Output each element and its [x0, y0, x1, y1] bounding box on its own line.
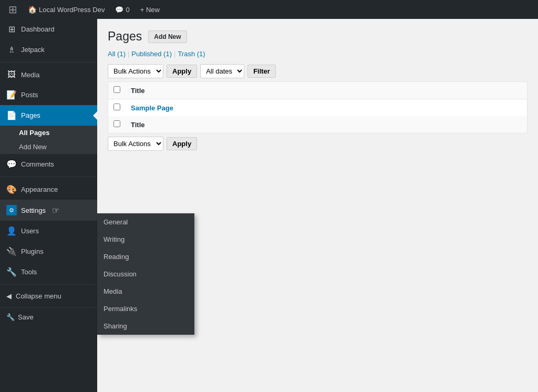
save-menu-button[interactable]: 🔧 Save — [0, 307, 97, 326]
select-all-footer-column — [108, 116, 126, 133]
comments-icon: 💬 — [115, 6, 123, 14]
admin-bar: ⊞ 🏠 Local WordPress Dev 💬 0 + New — [0, 0, 538, 19]
site-name-label: Local WordPress Dev — [39, 6, 105, 14]
row-checkbox-cell — [108, 99, 126, 117]
plugins-icon: 🔌 — [6, 246, 17, 256]
adminbar-comments[interactable]: 💬 0 — [111, 0, 133, 19]
filter-all-count: (1) — [117, 50, 126, 58]
sidebar-item-posts[interactable]: 📝 Posts — [0, 85, 97, 105]
settings-icon: ⚙ — [6, 205, 17, 215]
bottom-tablenav: Bulk Actions Apply — [108, 137, 527, 151]
sidebar-item-appearance[interactable]: 🎨 Appearance — [0, 179, 97, 200]
top-tablenav: Bulk Actions Apply All dates Filter — [108, 64, 527, 78]
collapse-menu-button[interactable]: ◀ Collapse menu — [0, 287, 97, 305]
filter-all-label: All — [108, 50, 115, 58]
main-content: Pages Add New All (1) | Published (1) | … — [97, 19, 538, 392]
sidebar: ⊞ Dashboard ♗ Jetpack 🖼 Media 📝 Posts 📄 … — [0, 19, 97, 392]
site-icon: 🏠 — [28, 5, 37, 14]
page-title: Pages — [108, 29, 142, 44]
page-title-link[interactable]: Sample Page — [131, 104, 173, 112]
sidebar-item-label: Jetpack — [21, 46, 45, 54]
adminbar-site-name[interactable]: 🏠 Local WordPress Dev — [24, 0, 109, 19]
table-header-row: Title — [108, 82, 527, 99]
row-title-cell: Sample Page — [126, 99, 527, 117]
sidebar-item-label: Media — [21, 71, 39, 79]
title-column-header: Title — [126, 82, 527, 99]
sidebar-item-label: Dashboard — [21, 25, 55, 33]
pages-table: Title Sample Page — [108, 81, 527, 133]
menu-sep-2 — [0, 177, 97, 177]
title-footer-column: Title — [126, 116, 527, 133]
filter-button[interactable]: Filter — [247, 65, 276, 78]
collapse-menu-label: Collapse menu — [16, 292, 61, 300]
settings-dropdown-sharing[interactable]: Sharing — [97, 317, 194, 335]
filter-published-count: (1) — [163, 50, 172, 58]
jetpack-icon: ♗ — [6, 45, 17, 55]
sidebar-submenu-all-pages[interactable]: All Pages — [0, 126, 97, 140]
filter-published[interactable]: Published (1) — [131, 50, 172, 58]
sidebar-item-settings[interactable]: ⚙ Settings ☞ — [0, 200, 97, 221]
all-pages-label: All Pages — [19, 129, 50, 137]
sidebar-item-tools[interactable]: 🔧 Tools — [0, 262, 97, 282]
settings-dropdown-general[interactable]: General — [97, 213, 194, 231]
sidebar-item-comments[interactable]: 💬 Comments — [0, 154, 97, 174]
sidebar-item-label: Settings — [21, 207, 46, 214]
adminbar-wp-logo[interactable]: ⊞ — [4, 0, 22, 19]
sidebar-item-label: Comments — [21, 160, 54, 168]
sidebar-item-pages[interactable]: 📄 Pages — [0, 105, 97, 126]
tools-icon: 🔧 — [6, 267, 17, 277]
appearance-icon: 🎨 — [6, 184, 17, 194]
menu-sep-3 — [0, 284, 97, 285]
all-dates-select[interactable]: All dates — [200, 64, 244, 78]
sidebar-item-label: Posts — [21, 91, 38, 99]
sidebar-item-label: Pages — [21, 111, 40, 119]
sidebar-submenu-add-new[interactable]: Add New — [0, 140, 97, 154]
sidebar-item-media[interactable]: 🖼 Media — [0, 65, 97, 85]
sidebar-item-label: Plugins — [21, 247, 44, 255]
filter-published-label: Published — [131, 50, 161, 58]
sidebar-item-users[interactable]: 👤 Users — [0, 221, 97, 241]
posts-icon: 📝 — [6, 90, 17, 100]
settings-dropdown-media[interactable]: Media — [97, 283, 194, 300]
media-icon: 🖼 — [6, 70, 17, 79]
sidebar-item-label: Appearance — [21, 185, 58, 193]
filter-trash-count: (1) — [197, 50, 205, 58]
bulk-actions-top-select[interactable]: Bulk Actions — [108, 64, 163, 78]
filter-sep-1: | — [128, 50, 129, 58]
select-all-column — [108, 82, 126, 99]
filter-sep-2: | — [174, 50, 175, 58]
add-new-button[interactable]: Add New — [148, 30, 187, 43]
new-label: + New — [140, 6, 160, 14]
sidebar-item-dashboard[interactable]: ⊞ Dashboard — [0, 19, 97, 39]
sidebar-item-jetpack[interactable]: ♗ Jetpack — [0, 39, 97, 60]
filter-trash-label: Trash — [178, 50, 195, 58]
save-icon: 🔧 — [6, 313, 15, 321]
select-all-checkbox[interactable] — [113, 86, 120, 93]
table-footer-row: Title — [108, 116, 527, 133]
menu-sep-1 — [0, 62, 97, 63]
dashboard-icon: ⊞ — [6, 24, 17, 34]
sidebar-item-label: Users — [21, 227, 39, 235]
settings-dropdown: General Writing Reading Discussion Media… — [97, 213, 194, 335]
bulk-actions-bottom-select[interactable]: Bulk Actions — [108, 137, 163, 151]
settings-dropdown-permalinks[interactable]: Permalinks — [97, 300, 194, 317]
filter-links: All (1) | Published (1) | Trash (1) — [108, 50, 527, 58]
adminbar-new[interactable]: + New — [136, 0, 164, 19]
select-all-footer-checkbox[interactable] — [113, 120, 120, 127]
settings-dropdown-writing[interactable]: Writing — [97, 231, 194, 248]
settings-dropdown-discussion[interactable]: Discussion — [97, 265, 194, 283]
page-header: Pages Add New — [108, 29, 527, 44]
sidebar-item-plugins[interactable]: 🔌 Plugins — [0, 241, 97, 262]
filter-trash[interactable]: Trash (1) — [178, 50, 205, 58]
filter-all[interactable]: All (1) — [108, 50, 126, 58]
settings-dropdown-reading[interactable]: Reading — [97, 248, 194, 265]
users-icon: 👤 — [6, 226, 17, 236]
pages-icon: 📄 — [6, 110, 17, 120]
row-checkbox[interactable] — [113, 104, 120, 110]
apply-top-button[interactable]: Apply — [167, 65, 197, 78]
cursor-icon: ☞ — [52, 205, 59, 215]
comments-count: 0 — [126, 6, 129, 14]
table-row: Sample Page — [108, 99, 527, 117]
add-new-label: Add New — [19, 143, 47, 151]
apply-bottom-button[interactable]: Apply — [167, 137, 197, 150]
